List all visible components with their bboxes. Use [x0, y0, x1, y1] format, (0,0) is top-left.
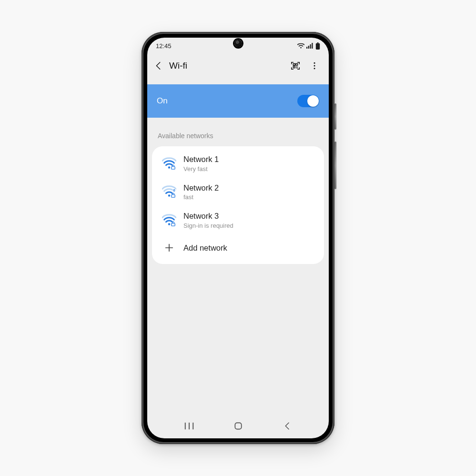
network-status: Sign-in is required: [183, 222, 233, 229]
home-icon: [233, 421, 243, 431]
network-name: Network 1: [183, 154, 219, 164]
signal-icon: [306, 43, 314, 49]
status-icons: [297, 42, 320, 50]
plus-icon: [164, 243, 174, 253]
phone-side-button: [334, 103, 336, 130]
network-speed: fast: [183, 193, 219, 201]
svg-point-17: [168, 223, 171, 225]
wifi-secure-icon: [162, 157, 176, 170]
network-speed: Very fast: [183, 165, 219, 172]
phone-camera-cutout: [234, 40, 242, 47]
more-menu-button[interactable]: [305, 56, 324, 75]
switch-knob: [307, 95, 319, 107]
svg-rect-1: [308, 46, 309, 49]
qr-scan-button[interactable]: [286, 56, 305, 75]
wifi-master-toggle-row[interactable]: On: [147, 84, 329, 118]
svg-rect-6: [293, 63, 295, 65]
qr-scan-icon: [290, 61, 301, 71]
nav-home-button[interactable]: [217, 416, 260, 435]
app-bar: Wi-fi: [147, 54, 329, 78]
network-item[interactable]: Network 3 Sign-in is required: [152, 206, 324, 234]
svg-rect-0: [306, 47, 307, 49]
svg-point-11: [314, 68, 315, 69]
svg-rect-19: [235, 423, 241, 429]
network-name: Network 3: [183, 211, 233, 221]
add-network-label: Add network: [183, 243, 227, 253]
phone-frame: 12:45: [142, 32, 334, 444]
networks-card: Network 1 Very fast 6: [152, 146, 324, 264]
svg-point-9: [314, 62, 315, 64]
nav-back-button[interactable]: [266, 416, 309, 435]
svg-rect-5: [316, 43, 320, 49]
status-time: 12:45: [156, 42, 172, 50]
chevron-left-icon: [153, 61, 164, 71]
wifi6-secure-icon: 6: [162, 185, 176, 198]
network-item[interactable]: Network 1 Very fast: [152, 149, 324, 178]
recents-icon: [184, 422, 194, 430]
wifi-status-icon: [297, 43, 304, 49]
wifi-toggle-label: On: [157, 96, 168, 106]
nav-recents-button[interactable]: [168, 416, 211, 435]
svg-rect-13: [172, 166, 175, 169]
add-network-button[interactable]: Add network: [152, 234, 324, 261]
network-item[interactable]: 6 Network 2 fast: [152, 178, 324, 206]
system-nav-bar: [147, 416, 329, 438]
wifi-toggle-switch[interactable]: [297, 95, 319, 107]
svg-point-10: [314, 65, 315, 67]
svg-rect-16: [172, 195, 175, 198]
wifi-secure-icon: [162, 214, 176, 226]
more-vertical-icon: [310, 61, 319, 71]
phone-side-button: [334, 142, 336, 189]
section-header: Available networks: [147, 118, 329, 146]
svg-text:6: 6: [173, 188, 175, 192]
svg-rect-8: [293, 66, 295, 68]
svg-rect-18: [172, 223, 175, 226]
svg-rect-4: [317, 42, 318, 43]
svg-point-14: [168, 195, 171, 197]
svg-point-12: [168, 166, 171, 169]
svg-rect-7: [296, 63, 298, 65]
network-name: Network 2: [183, 183, 219, 193]
back-button[interactable]: [149, 56, 168, 75]
svg-rect-3: [312, 43, 313, 49]
page-title: Wi-fi: [169, 61, 187, 71]
phone-screen: 12:45: [147, 38, 329, 438]
svg-rect-2: [310, 44, 311, 49]
chevron-left-icon: [283, 422, 292, 430]
battery-icon: [315, 42, 320, 50]
